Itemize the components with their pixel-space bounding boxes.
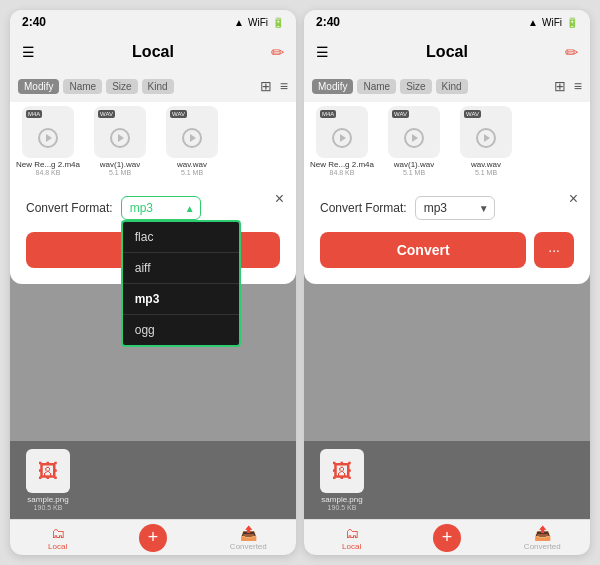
left-file-icon-m4a: M4A (22, 106, 74, 158)
left-status-time: 2:40 (22, 15, 46, 29)
right-list-icon[interactable]: ≡ (574, 78, 582, 94)
left-below-modal: 🖼 sample.png 190.5 KB (10, 441, 296, 519)
left-file-icon-wav2: WAV (166, 106, 218, 158)
right-below-file-item[interactable]: 🖼 sample.png 190.5 KB (312, 449, 372, 511)
right-toolbar: Modify Name Size Kind ⊞ ≡ (304, 70, 590, 102)
signal-icon: ▲ (234, 17, 244, 28)
left-play-circle-wav1 (110, 128, 130, 148)
right-grid-icon[interactable]: ⊞ (554, 78, 566, 94)
left-list-icon[interactable]: ≡ (280, 78, 288, 94)
wifi-icon: WiFi (248, 17, 268, 28)
left-file-name-wav1: wav(1).wav (100, 160, 140, 169)
right-toolbar-name[interactable]: Name (357, 79, 396, 94)
right-battery-icon: 🔋 (566, 17, 578, 28)
left-nav-converted[interactable]: 📤 Converted (201, 525, 296, 551)
right-convert-button[interactable]: Convert (320, 232, 526, 268)
left-file-item-wav2[interactable]: WAV wav.wav 5.1 MB (158, 106, 226, 176)
right-format-label: Convert Format: (320, 201, 407, 215)
left-dropdown-ogg[interactable]: ogg (123, 315, 239, 345)
left-header-title: Local (132, 43, 174, 61)
left-modal: × Convert Format: mp3 flac aiff ogg ▲ (10, 180, 296, 284)
right-file-icon-wav1: WAV (388, 106, 440, 158)
left-below-file-item[interactable]: 🖼 sample.png 190.5 KB (18, 449, 78, 511)
right-file-badge-wav2: WAV (464, 110, 481, 118)
left-play-circle-m4a (38, 128, 58, 148)
left-format-label: Convert Format: (26, 201, 113, 215)
left-play-circle-wav2 (182, 128, 202, 148)
right-bottom-nav: 🗂 Local + 📤 Converted (304, 519, 590, 555)
right-file-item-m4a[interactable]: M4A New Re...g 2.m4a 84.8 KB (308, 106, 376, 176)
right-toolbar-modify[interactable]: Modify (312, 79, 353, 94)
right-file-name-wav1: wav(1).wav (394, 160, 434, 169)
left-status-bar: 2:40 ▲ WiFi 🔋 (10, 10, 296, 34)
right-nav-add[interactable]: + (399, 524, 494, 552)
left-nav-converted-label: Converted (230, 542, 267, 551)
right-file-name-m4a: New Re...g 2.m4a (310, 160, 374, 169)
left-below-file-icon: 🖼 (26, 449, 70, 493)
right-modal-close[interactable]: × (569, 190, 578, 208)
right-nav-add-btn[interactable]: + (433, 524, 461, 552)
left-toolbar-kind[interactable]: Kind (142, 79, 174, 94)
left-toolbar-name[interactable]: Name (63, 79, 102, 94)
left-file-badge-m4a: M4A (26, 110, 42, 118)
left-dropdown-menu: flac aiff mp3 ogg (121, 220, 241, 347)
left-below-file-name: sample.png (27, 495, 68, 504)
right-file-size-wav1: 5.1 MB (403, 169, 425, 176)
right-file-item-wav2[interactable]: WAV wav.wav 5.1 MB (452, 106, 520, 176)
right-hamburger-icon[interactable]: ☰ (316, 44, 329, 60)
left-format-row: Convert Format: mp3 flac aiff ogg ▲ flac (26, 196, 280, 220)
left-dropdown-mp3[interactable]: mp3 (123, 284, 239, 315)
right-below-file-icon: 🖼 (320, 449, 364, 493)
left-nav-add-btn[interactable]: + (139, 524, 167, 552)
right-file-icon-wav2: WAV (460, 106, 512, 158)
right-nav-converted-icon: 📤 (534, 525, 551, 541)
right-play-circle-wav2 (476, 128, 496, 148)
left-dropdown-flac[interactable]: flac (123, 222, 239, 253)
right-img-icon: 🖼 (332, 460, 352, 483)
right-more-button[interactable]: ··· (534, 232, 574, 268)
left-img-icon: 🖼 (38, 460, 58, 483)
right-nav-local-label: Local (342, 542, 361, 551)
left-nav-converted-icon: 📤 (240, 525, 257, 541)
left-header: ☰ Local ✏ (10, 34, 296, 70)
right-nav-converted[interactable]: 📤 Converted (495, 525, 590, 551)
right-format-select[interactable]: mp3 flac aiff ogg (415, 196, 495, 220)
right-btn-row: Convert ··· (320, 232, 574, 268)
left-dropdown-aiff[interactable]: aiff (123, 253, 239, 284)
left-bottom-nav: 🗂 Local + 📤 Converted (10, 519, 296, 555)
left-nav-local[interactable]: 🗂 Local (10, 525, 105, 551)
right-header: ☰ Local ✏ (304, 34, 590, 70)
right-file-name-wav2: wav.wav (471, 160, 501, 169)
left-modal-area: × Convert Format: mp3 flac aiff ogg ▲ (10, 180, 296, 555)
right-file-item-wav1[interactable]: WAV wav(1).wav 5.1 MB (380, 106, 448, 176)
left-file-item-m4a[interactable]: M4A New Re...g 2.m4a 84.8 KB (14, 106, 82, 176)
left-toolbar: Modify Name Size Kind ⊞ ≡ (10, 70, 296, 102)
right-wifi-icon: WiFi (542, 17, 562, 28)
right-nav-local[interactable]: 🗂 Local (304, 525, 399, 551)
right-below-file-size: 190.5 KB (328, 504, 357, 511)
left-toolbar-size[interactable]: Size (106, 79, 137, 94)
right-status-icons: ▲ WiFi 🔋 (528, 17, 578, 28)
right-toolbar-kind[interactable]: Kind (436, 79, 468, 94)
left-file-name-wav2: wav.wav (177, 160, 207, 169)
right-signal-icon: ▲ (528, 17, 538, 28)
left-nav-add[interactable]: + (105, 524, 200, 552)
left-below-file-size: 190.5 KB (34, 504, 63, 511)
right-modal-area: × Convert Format: mp3 flac aiff ogg ▼ (304, 180, 590, 555)
right-file-badge-wav1: WAV (392, 110, 409, 118)
right-toolbar-size[interactable]: Size (400, 79, 431, 94)
left-file-badge-wav2: WAV (170, 110, 187, 118)
left-format-select-wrapper: mp3 flac aiff ogg ▲ flac aiff mp3 ogg (121, 196, 201, 220)
right-file-badge-m4a: M4A (320, 110, 336, 118)
right-edit-icon[interactable]: ✏ (565, 43, 578, 62)
left-toolbar-modify[interactable]: Modify (18, 79, 59, 94)
left-format-select[interactable]: mp3 flac aiff ogg (121, 196, 201, 220)
left-file-item-wav1[interactable]: WAV wav(1).wav 5.1 MB (86, 106, 154, 176)
left-grid-icon[interactable]: ⊞ (260, 78, 272, 94)
left-file-grid: M4A New Re...g 2.m4a 84.8 KB WAV wav(1).… (10, 102, 296, 180)
left-hamburger-icon[interactable]: ☰ (22, 44, 35, 60)
left-edit-icon[interactable]: ✏ (271, 43, 284, 62)
left-modal-close[interactable]: × (275, 190, 284, 208)
left-nav-local-icon: 🗂 (51, 525, 65, 541)
left-phone-panel: 2:40 ▲ WiFi 🔋 ☰ Local ✏ Modify Name Size… (10, 10, 296, 555)
